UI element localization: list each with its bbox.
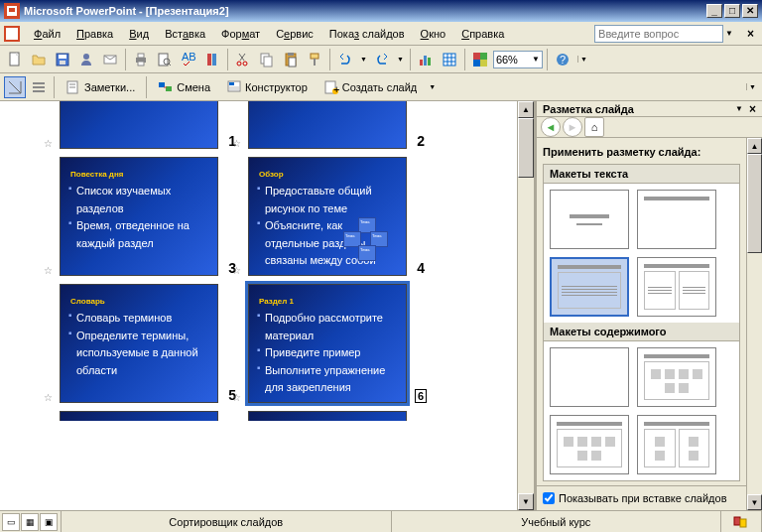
- layout-content[interactable]: [637, 347, 716, 407]
- new-button[interactable]: [4, 49, 26, 70]
- normal-view-button[interactable]: ▭: [2, 513, 20, 531]
- layout-title-only[interactable]: [550, 190, 629, 249]
- svg-point-20: [237, 62, 241, 66]
- menu-format[interactable]: Формат: [213, 24, 268, 44]
- slide-thumb-3[interactable]: Повестка дняСписок изучаемых разделовВре…: [60, 157, 218, 276]
- format-painter-button[interactable]: [304, 49, 325, 70]
- scroll-thumb[interactable]: [518, 118, 534, 178]
- taskpane-title: Разметка слайда: [543, 103, 634, 115]
- svg-rect-8: [60, 61, 65, 65]
- transition-button[interactable]: Смена: [151, 76, 217, 98]
- maximize-button[interactable]: □: [724, 4, 740, 18]
- cut-button[interactable]: [232, 49, 254, 70]
- scroll-track[interactable]: [518, 178, 534, 493]
- open-button[interactable]: [28, 49, 50, 70]
- slide-thumb-7[interactable]: [60, 411, 218, 421]
- show-formatting-button[interactable]: [4, 76, 26, 98]
- slide-thumb-8[interactable]: [248, 411, 407, 421]
- svg-rect-18: [207, 54, 211, 66]
- expand-all-button[interactable]: [28, 76, 50, 98]
- sorter-scrollbar[interactable]: ▲ ▼: [517, 101, 534, 510]
- layout-blank[interactable]: [550, 347, 629, 407]
- layout-title-content[interactable]: [550, 257, 629, 317]
- zoom-combo[interactable]: 66%▼: [493, 51, 543, 68]
- redo-dropdown[interactable]: ▼: [395, 56, 406, 63]
- spelling-button[interactable]: ABC: [178, 49, 199, 70]
- designer-button[interactable]: Конструктор: [219, 76, 315, 98]
- svg-rect-14: [159, 54, 168, 66]
- slide-thumb-4[interactable]: ОбзорПредоставьте общий рисунок по темеО…: [248, 157, 407, 276]
- layout-two-content[interactable]: [637, 257, 716, 317]
- copy-button[interactable]: [256, 49, 278, 70]
- layout-two-content-icons[interactable]: [637, 415, 716, 474]
- minimize-button[interactable]: _: [706, 4, 722, 18]
- tp-scroll-up[interactable]: ▲: [747, 138, 762, 154]
- redo-button[interactable]: [371, 49, 393, 70]
- save-button[interactable]: [52, 49, 73, 70]
- menu-slideshow[interactable]: Показ слайдов: [321, 24, 413, 44]
- help-search-dropdown[interactable]: ▼: [723, 29, 735, 38]
- title-bar: Microsoft PowerPoint - [Презентация2] _ …: [0, 0, 762, 22]
- svg-point-21: [243, 62, 247, 66]
- taskpane-scrollbar[interactable]: ▲ ▼: [746, 138, 762, 510]
- nav-forward-button[interactable]: ►: [563, 117, 582, 137]
- undo-button[interactable]: [334, 49, 356, 70]
- svg-rect-52: [229, 82, 234, 85]
- apply-label: Применить разметку слайда:: [543, 142, 740, 164]
- newslide-button[interactable]: +Создать слайд: [317, 76, 424, 98]
- menu-tools[interactable]: Сервис: [268, 24, 321, 44]
- menu-insert[interactable]: Вставка: [157, 24, 213, 44]
- layout-title-slide[interactable]: [637, 190, 716, 249]
- nav-home-button[interactable]: ⌂: [584, 117, 604, 137]
- layout-title-content-icons[interactable]: [550, 415, 629, 474]
- menu-view[interactable]: Вид: [121, 24, 157, 44]
- show-on-insert-checkbox[interactable]: [543, 492, 555, 504]
- menu-window[interactable]: Окно: [413, 24, 454, 44]
- tp-scroll-thumb[interactable]: [747, 154, 762, 253]
- taskpane-close-button[interactable]: ×: [749, 102, 756, 116]
- slide-thumb-5[interactable]: СловарьСловарь терминовОпределите термин…: [60, 284, 218, 403]
- status-language-icon[interactable]: [721, 511, 762, 532]
- svg-rect-27: [311, 54, 318, 59]
- sorter-view-button[interactable]: ▦: [21, 513, 39, 531]
- svg-rect-26: [289, 58, 296, 66]
- scroll-up-button[interactable]: ▲: [518, 101, 534, 118]
- help-button[interactable]: ?: [552, 49, 573, 70]
- toolbar-options-dropdown[interactable]: ▼: [577, 56, 589, 63]
- tp-scroll-down[interactable]: ▼: [747, 494, 762, 510]
- research-button[interactable]: [201, 49, 223, 70]
- taskpane-header: Разметка слайда ▼ ×: [537, 101, 762, 117]
- scroll-down-button[interactable]: ▼: [518, 493, 534, 510]
- menu-help[interactable]: Справка: [453, 24, 512, 44]
- color-button[interactable]: [469, 49, 491, 70]
- status-bar: ▭ ▦ ▣ Сортировщик слайдов Учебный курс: [0, 510, 762, 532]
- menu-file[interactable]: Файл: [26, 24, 68, 44]
- table-button[interactable]: [439, 49, 460, 70]
- toolbar2-options-dropdown[interactable]: ▼: [746, 83, 758, 90]
- tp-scroll-track[interactable]: [747, 253, 762, 494]
- slide-thumb-2[interactable]: ☆2: [248, 101, 407, 149]
- close-button[interactable]: ✕: [742, 4, 758, 18]
- slideshow-view-button[interactable]: ▣: [40, 513, 58, 531]
- paste-button[interactable]: [280, 49, 302, 70]
- help-search-input[interactable]: [594, 25, 723, 43]
- mdi-close-button[interactable]: ×: [743, 27, 758, 41]
- slide-thumb-6[interactable]: Раздел 1Подробно рассмотрите материалПри…: [248, 284, 407, 403]
- notes-button[interactable]: Заметки...: [59, 76, 142, 98]
- menu-edit[interactable]: Правка: [68, 24, 121, 44]
- slide-thumb-1[interactable]: ☆1: [60, 101, 218, 149]
- task-pane: Разметка слайда ▼ × ◄ ► ⌂ Применить разм…: [534, 101, 762, 510]
- permission-button[interactable]: [75, 49, 97, 70]
- slide-title: Словарь: [61, 285, 217, 310]
- nav-back-button[interactable]: ◄: [541, 117, 561, 137]
- newslide-dropdown[interactable]: ▼: [426, 83, 439, 90]
- zoom-value: 66%: [496, 54, 518, 66]
- chart-button[interactable]: [415, 49, 437, 70]
- preview-button[interactable]: [154, 49, 176, 70]
- taskpane-dropdown[interactable]: ▼: [735, 104, 743, 113]
- slide-sorter[interactable]: ☆1 ☆2 Повестка дняСписок изучаемых разде…: [0, 101, 517, 510]
- undo-dropdown[interactable]: ▼: [358, 56, 369, 63]
- email-button[interactable]: [99, 49, 121, 70]
- print-button[interactable]: [130, 49, 152, 70]
- svg-rect-38: [480, 53, 487, 60]
